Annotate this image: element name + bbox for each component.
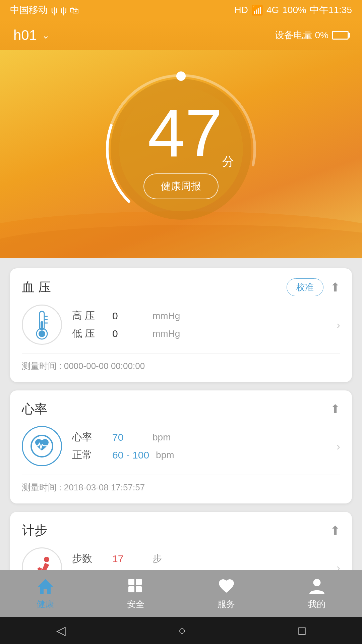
calibrate-button[interactable]: 校准 xyxy=(287,278,323,296)
nav-label-service: 服务 xyxy=(218,598,235,610)
person-icon xyxy=(308,577,326,596)
score-container: 47 分 健康周报 xyxy=(101,69,261,230)
svg-rect-15 xyxy=(128,579,134,585)
high-pressure-value: 0 xyxy=(112,310,146,322)
normal-unit: bpm xyxy=(156,450,326,461)
signal-strength: 4G xyxy=(266,5,279,15)
back-button[interactable]: ◁ xyxy=(56,624,66,638)
steps-count-row: 步数 17 步 xyxy=(72,552,326,566)
score-unit: 分 xyxy=(222,154,234,170)
hd-badge: HD xyxy=(234,5,248,15)
heart-rate-value: 70 xyxy=(112,432,146,443)
heart-rate-chevron[interactable]: › xyxy=(337,440,340,453)
device-selector[interactable]: h01 ⌄ xyxy=(13,27,50,43)
status-bar: 中国移动 ψ ψ 🛍 HD 📶 4G 100% 中午11:35 xyxy=(0,0,362,20)
heart-rate-header: 心率 ⬆ xyxy=(22,400,340,418)
heart-rate-icon-wrap xyxy=(22,426,62,466)
nav-item-mine[interactable]: 我的 xyxy=(272,572,362,615)
heart-rate-card: 心率 ⬆ 心率 70 bpm 正常 6 xyxy=(10,390,352,503)
nav-item-security[interactable]: 安全 xyxy=(90,572,181,615)
heartrate-icon xyxy=(30,434,54,458)
status-right: HD 📶 4G 100% 中午11:35 xyxy=(234,4,352,16)
blood-pressure-body: 高 压 0 mmHg 低 压 0 mmHg › xyxy=(22,305,340,354)
svg-point-4 xyxy=(176,71,186,81)
low-pressure-label: 低 压 xyxy=(72,327,106,340)
blood-pressure-title: 血 压 xyxy=(22,279,51,296)
blood-pressure-icon-wrap xyxy=(22,305,62,345)
blood-pressure-share-icon[interactable]: ⬆ xyxy=(330,280,340,294)
heart-rate-metrics: 心率 70 bpm 正常 60 - 100 bpm xyxy=(72,430,326,462)
svg-marker-14 xyxy=(38,579,53,594)
svg-rect-17 xyxy=(128,586,134,592)
battery-percentage: 100% xyxy=(282,5,306,15)
steps-share-icon[interactable]: ⬆ xyxy=(330,524,340,538)
blood-pressure-chevron[interactable]: › xyxy=(337,318,340,331)
normal-value: 60 - 100 xyxy=(112,449,149,461)
grid-icon xyxy=(127,577,145,596)
steps-title: 计步 xyxy=(22,522,47,539)
svg-rect-18 xyxy=(136,586,142,592)
status-left: 中国移动 ψ ψ 🛍 xyxy=(10,4,79,16)
battery-icon xyxy=(332,31,349,40)
clock: 中午11:35 xyxy=(310,4,352,16)
normal-range-row: 正常 60 - 100 bpm xyxy=(72,448,326,462)
nav-label-health: 健康 xyxy=(37,598,54,610)
heart-rate-time: 测量时间 : 2018-03-08 17:57:57 xyxy=(22,482,340,493)
normal-label: 正常 xyxy=(72,448,106,462)
nav-label-security: 安全 xyxy=(127,598,144,610)
steps-value: 17 xyxy=(112,553,146,565)
health-report-button[interactable]: 健康周报 xyxy=(143,173,219,199)
high-pressure-row: 高 压 0 mmHg xyxy=(72,309,326,323)
app-header: h01 ⌄ 设备电量 0% xyxy=(0,20,362,50)
device-battery-label: 设备电量 0% xyxy=(275,29,328,42)
heart-rate-label: 心率 xyxy=(72,430,106,444)
heart-rate-body: 心率 70 bpm 正常 60 - 100 bpm › xyxy=(22,426,340,475)
heart-rate-row: 心率 70 bpm xyxy=(72,430,326,444)
nav-item-service[interactable]: 服务 xyxy=(181,572,272,615)
home-icon xyxy=(36,577,55,596)
heart-nav-icon xyxy=(217,577,236,596)
thermometer-icon xyxy=(30,310,54,340)
heart-rate-title: 心率 xyxy=(22,400,47,418)
high-pressure-label: 高 压 xyxy=(72,309,106,323)
blood-pressure-actions: 校准 ⬆ xyxy=(287,278,340,296)
steps-unit: 步 xyxy=(153,552,326,565)
recent-apps-button[interactable]: □ xyxy=(298,624,306,638)
svg-point-11 xyxy=(39,330,45,337)
bottom-navigation: 健康 安全 服务 我的 xyxy=(0,570,362,617)
blood-pressure-card: 血 压 校准 ⬆ 高 压 0 xyxy=(10,268,352,382)
nav-item-health[interactable]: 健康 xyxy=(0,572,90,615)
heart-rate-unit: bpm xyxy=(153,432,326,443)
low-pressure-value: 0 xyxy=(112,328,146,339)
nav-label-mine: 我的 xyxy=(308,598,325,610)
svg-point-13 xyxy=(44,557,49,562)
wifi-icon: 📶 xyxy=(251,5,263,16)
dropdown-icon: ⌄ xyxy=(42,30,50,41)
blood-pressure-metrics: 高 压 0 mmHg 低 压 0 mmHg xyxy=(72,309,326,340)
device-name-text: h01 xyxy=(13,27,37,43)
svg-point-19 xyxy=(313,579,320,586)
low-pressure-row: 低 压 0 mmHg xyxy=(72,327,326,340)
blood-pressure-header: 血 压 校准 ⬆ xyxy=(22,278,340,296)
home-button[interactable]: ○ xyxy=(178,624,186,638)
high-pressure-unit: mmHg xyxy=(153,311,326,321)
steps-label: 步数 xyxy=(72,552,106,566)
low-pressure-unit: mmHg xyxy=(153,328,326,339)
heart-rate-actions: ⬆ xyxy=(330,402,340,416)
hero-section: 47 分 健康周报 xyxy=(0,50,362,258)
android-navigation: ◁ ○ □ xyxy=(0,617,362,644)
steps-actions: ⬆ xyxy=(330,524,340,538)
steps-header: 计步 ⬆ xyxy=(22,522,340,539)
score-inner: 47 分 健康周报 xyxy=(143,100,219,199)
blood-pressure-time: 测量时间 : 0000-00-00 00:00:00 xyxy=(22,360,340,372)
heart-rate-share-icon[interactable]: ⬆ xyxy=(330,402,340,416)
signal-icons: ψ ψ 🛍 xyxy=(51,5,79,16)
carrier-text: 中国移动 xyxy=(10,4,48,16)
device-battery: 设备电量 0% xyxy=(275,29,349,42)
score-value: 47 xyxy=(148,100,222,167)
svg-rect-16 xyxy=(136,579,142,585)
